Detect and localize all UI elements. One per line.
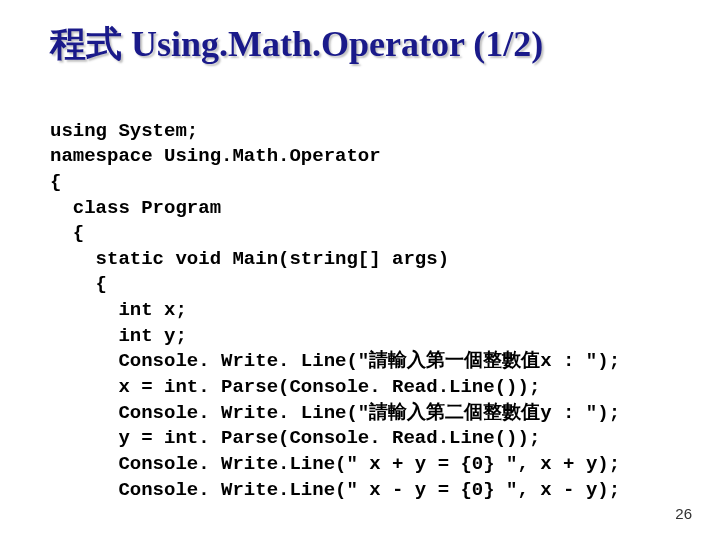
code-line: int x; (50, 299, 187, 321)
code-line: Console. Write. Line("請輸入第二個整數值y : "); (50, 402, 620, 424)
code-line: class Program (50, 197, 221, 219)
code-line: using System; (50, 120, 198, 142)
code-block: using System; namespace Using.Math.Opera… (50, 93, 680, 503)
code-line: Console. Write.Line(" x - y = {0} ", x -… (50, 479, 620, 501)
code-line: { (50, 273, 107, 295)
code-line: { (50, 222, 84, 244)
code-line: Console. Write.Line(" x + y = {0} ", x +… (50, 453, 620, 475)
code-line: Console. Write. Line("請輸入第一個整數值x : "); (50, 350, 620, 372)
slide-title: 程式 Using.Math.Operator (1/2) (50, 20, 680, 69)
code-line: namespace Using.Math.Operator (50, 145, 381, 167)
page-number: 26 (675, 505, 692, 522)
code-line: static void Main(string[] args) (50, 248, 449, 270)
code-line: { (50, 171, 61, 193)
code-line: y = int. Parse(Console. Read.Line()); (50, 427, 540, 449)
code-line: int y; (50, 325, 187, 347)
code-line: x = int. Parse(Console. Read.Line()); (50, 376, 540, 398)
